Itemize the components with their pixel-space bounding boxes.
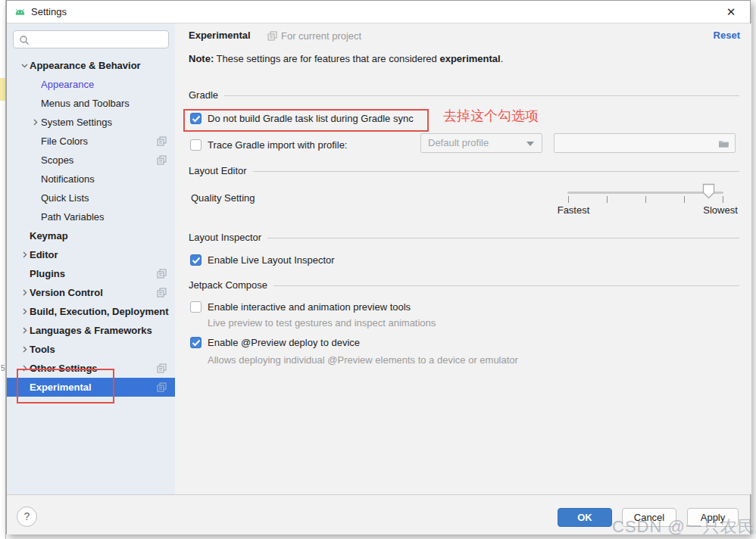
annotation-rect-checkbox: [183, 109, 429, 132]
project-scope-icon: [157, 155, 167, 165]
ok-button[interactable]: OK: [558, 508, 612, 527]
checkbox-row-interactive-preview[interactable]: Enable interactive and animation preview…: [190, 300, 411, 313]
checkbox-row-trace-import[interactable]: Trace Gradle import with profile:: [190, 138, 347, 151]
slider-thumb[interactable]: [702, 183, 715, 199]
android-icon: [14, 6, 27, 19]
sidebar-item-scopes[interactable]: Scopes: [7, 151, 175, 170]
section-jetpack-compose: Jetpack Compose: [189, 279, 739, 291]
search-input[interactable]: [13, 30, 169, 48]
sidebar-item-keymap[interactable]: Keymap: [7, 226, 175, 245]
checkbox-row-live-inspector[interactable]: Enable Live Layout Inspector: [190, 253, 335, 266]
sidebar-item-menus-toolbars[interactable]: Menus and Toolbars: [7, 94, 175, 113]
checkbox-unchecked-icon[interactable]: [190, 301, 201, 313]
section-title: Jetpack Compose: [189, 279, 267, 291]
section-divider: [267, 238, 739, 238]
scope-indicator: For current project: [267, 30, 361, 42]
note-text: Note: These settings are for features th…: [189, 53, 503, 64]
section-layout-inspector: Layout Inspector: [189, 232, 739, 243]
checkbox-row-preview-deploy[interactable]: Enable @Preview deploy to device: [190, 335, 360, 349]
section-gradle: Gradle: [189, 89, 739, 101]
sidebar-item-notifications[interactable]: Notifications: [7, 170, 175, 188]
close-icon[interactable]: ✕: [723, 5, 739, 20]
chevron-right-icon[interactable]: [19, 250, 30, 260]
sidebar-item-file-colors[interactable]: File Colors: [7, 132, 175, 151]
settings-dialog: Settings ✕ Appearance & Behavior Appeara…: [6, 0, 751, 534]
project-scope-icon: [157, 382, 167, 392]
watermark-text: CSDN @一只农民工: [612, 516, 756, 538]
dropdown-arrow-icon: [526, 142, 534, 146]
chevron-right-icon[interactable]: [19, 307, 30, 317]
sidebar-item-version-control[interactable]: Version Control: [7, 283, 175, 302]
section-title: Gradle: [189, 89, 218, 101]
slider-tick: [607, 196, 608, 203]
background-gutter-number: 5: [1, 364, 5, 372]
profile-dropdown: Default profile: [420, 133, 542, 153]
section-title: Layout Editor: [189, 165, 247, 176]
scope-label: For current project: [281, 30, 361, 42]
slider-max-label: Slowest: [703, 204, 738, 216]
chevron-right-icon[interactable]: [19, 344, 30, 355]
checkbox-label: Enable interactive and animation preview…: [208, 301, 411, 313]
checkbox-description: Live preview to test gestures and inspec…: [208, 317, 436, 329]
profile-path-field: [554, 133, 736, 153]
page-title: Experimental: [189, 30, 251, 41]
section-title: Layout Inspector: [189, 232, 261, 243]
window-title: Settings: [31, 6, 67, 17]
sidebar-item-plugins[interactable]: Plugins: [7, 264, 175, 283]
annotation-text: 去掉这个勾选项: [443, 107, 539, 125]
slider-tick: [645, 196, 646, 203]
quality-setting-label: Quality Setting: [191, 192, 255, 204]
project-scope-icon: [157, 288, 167, 298]
sidebar-item-path-variables[interactable]: Path Variables: [7, 207, 175, 226]
sidebar-item-quick-lists[interactable]: Quick Lists: [7, 188, 175, 207]
experimental-settings-panel: Experimental For current project Reset N…: [175, 23, 751, 494]
sidebar-item-appearance-behavior[interactable]: Appearance & Behavior: [7, 56, 175, 75]
sidebar-item-languages-frameworks[interactable]: Languages & Frameworks: [7, 321, 175, 340]
annotation-rect-experimental: [17, 369, 114, 403]
checkbox-label: Enable @Preview deploy to device: [208, 337, 360, 348]
quality-slider[interactable]: Fastest Slowest: [567, 182, 723, 220]
sidebar-item-build-execution-deployment[interactable]: Build, Execution, Deployment: [7, 302, 175, 321]
dialog-titlebar: Settings ✕: [7, 1, 750, 23]
section-divider: [253, 171, 739, 172]
project-scope-icon: [267, 31, 277, 41]
checkbox-checked-icon[interactable]: [190, 254, 201, 266]
checkbox-label: Trace Gradle import with profile:: [208, 139, 347, 151]
checkbox-label: Enable Live Layout Inspector: [208, 254, 335, 266]
chevron-right-icon[interactable]: [30, 117, 41, 128]
checkbox-description: Allows deploying individual @Preview ele…: [208, 354, 518, 366]
project-scope-icon: [157, 363, 167, 373]
sidebar-item-editor[interactable]: Editor: [7, 245, 175, 264]
background-highlight-sliver: [0, 78, 5, 101]
settings-tree: Appearance & Behavior Appearance Menus a…: [7, 56, 175, 397]
checkbox-unchecked-icon[interactable]: [190, 139, 201, 151]
help-button[interactable]: ?: [17, 506, 37, 527]
checkbox-checked-icon[interactable]: [190, 337, 201, 348]
section-divider: [273, 285, 739, 286]
chevron-right-icon[interactable]: [19, 288, 30, 298]
slider-tick: [723, 196, 723, 203]
section-divider: [224, 95, 739, 96]
reset-link[interactable]: Reset: [714, 30, 740, 41]
sidebar-item-appearance[interactable]: Appearance: [7, 75, 175, 94]
chevron-down-icon[interactable]: [19, 61, 30, 71]
slider-tick: [568, 196, 569, 203]
slider-track[interactable]: [567, 192, 723, 194]
project-scope-icon: [157, 269, 167, 279]
project-scope-icon: [157, 136, 167, 146]
slider-min-label: Fastest: [558, 204, 590, 216]
settings-sidebar: Appearance & Behavior Appearance Menus a…: [7, 23, 175, 494]
sidebar-item-tools[interactable]: Tools: [7, 340, 175, 359]
slider-tick: [684, 196, 685, 203]
sidebar-item-system-settings[interactable]: System Settings: [7, 113, 175, 132]
chevron-right-icon[interactable]: [19, 326, 30, 336]
search-icon: [19, 35, 30, 45]
folder-icon: [718, 139, 729, 148]
section-layout-editor: Layout Editor: [189, 165, 739, 176]
